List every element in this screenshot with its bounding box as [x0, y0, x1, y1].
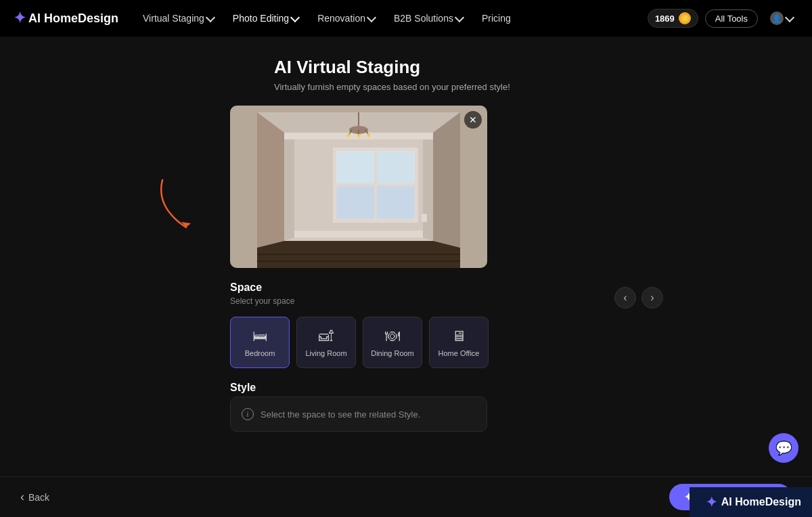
chat-button[interactable]: 💬 [769, 433, 798, 463]
nav-label: Virtual Staging [143, 13, 204, 24]
style-placeholder-text: Select the space to see the related Styl… [261, 409, 420, 420]
chevron-down-icon [290, 12, 300, 22]
space-next-button[interactable]: › [641, 287, 663, 309]
footer-logo-text: AI HomeDesign [721, 496, 801, 508]
svg-marker-12 [294, 231, 423, 238]
space-card-label: Dining Room [371, 349, 414, 357]
credits-count: 1869 [655, 14, 675, 24]
main-content: AI Virtual Staging Virtually furnish emp… [0, 37, 812, 517]
chevron-down-icon [455, 12, 464, 22]
close-image-button[interactable]: ✕ [464, 111, 482, 129]
user-avatar-icon: 👤 [770, 12, 784, 25]
space-card-label: Bedroom [245, 349, 275, 357]
style-placeholder-box: i Select the space to see the related St… [230, 397, 487, 432]
space-card-bedroom[interactable]: 🛏 Bedroom [230, 317, 290, 368]
logo-text: AI HomeDesign [28, 12, 118, 26]
chevron-down-icon [206, 12, 215, 22]
space-card-label: Living Room [305, 349, 346, 357]
center-panel: ✕ Space Select your space ‹ › [230, 106, 663, 432]
svg-rect-29 [422, 214, 427, 222]
svg-marker-4 [433, 112, 460, 248]
svg-point-26 [346, 133, 351, 137]
svg-rect-20 [377, 186, 415, 219]
user-menu[interactable]: 👤 [765, 9, 798, 28]
svg-rect-17 [336, 151, 374, 183]
page-subtitle: Virtually furnish empty spaces based on … [274, 82, 510, 92]
image-preview-container: ✕ [230, 106, 487, 268]
nav-right: 1869 🪙 All Tools 👤 [648, 9, 798, 28]
logo[interactable]: ✦ AI HomeDesign [14, 9, 118, 27]
navbar: ✦ AI HomeDesign Virtual Staging Photo Ed… [0, 0, 812, 37]
space-section-header: Space Select your space ‹ › [230, 282, 663, 314]
svg-point-28 [367, 133, 371, 137]
nav-label: B2B Solutions [394, 13, 453, 24]
credits-badge[interactable]: 1869 🪙 [648, 9, 698, 28]
space-section-label: Space [230, 282, 294, 294]
nav-label: Pricing [482, 13, 511, 24]
svg-rect-19 [336, 186, 374, 219]
nav-item-pricing[interactable]: Pricing [474, 9, 519, 28]
space-section: Space Select your space ‹ › 🛏 Bedroom [230, 282, 663, 368]
back-label: Back [28, 492, 49, 503]
logo-star-icon: ✦ [14, 9, 26, 27]
style-section: Style i Select the space to see the rela… [230, 382, 663, 432]
info-icon: i [242, 408, 254, 420]
chat-icon: 💬 [775, 440, 792, 456]
nav-item-b2b[interactable]: B2B Solutions [386, 9, 471, 28]
fork-knife-icon: 🍽 [385, 328, 400, 345]
space-nav-arrows: ‹ › [614, 287, 663, 309]
room-illustration [230, 106, 487, 268]
svg-rect-18 [377, 151, 415, 183]
content-wrapper: ✕ Space Select your space ‹ › [149, 106, 663, 432]
svg-marker-3 [257, 112, 284, 248]
style-section-label: Style [230, 382, 663, 394]
sofa-icon: 🛋 [319, 328, 334, 345]
svg-marker-10 [284, 139, 294, 241]
image-preview [230, 106, 487, 268]
arrow-decoration-area [149, 106, 203, 244]
space-options: 🛏 Bedroom 🛋 Living Room 🍽 Dining Room [230, 317, 663, 368]
chevron-down-icon [785, 12, 794, 22]
space-card-dining-room[interactable]: 🍽 Dining Room [363, 317, 422, 368]
back-button[interactable]: ‹ Back [20, 490, 49, 504]
nav-item-renovation[interactable]: Renovation [309, 9, 383, 28]
space-prev-button[interactable]: ‹ [614, 287, 636, 309]
nav-links: Virtual Staging Photo Editing Renovation… [135, 9, 631, 28]
space-section-sublabel: Select your space [230, 296, 294, 306]
curved-arrow-icon [149, 173, 203, 241]
space-card-home-office[interactable]: 🖥 Home Office [429, 317, 489, 368]
chevron-left-icon: ‹ [20, 490, 24, 504]
footer-logo-star-icon: ✦ [706, 494, 717, 510]
coin-icon: 🪙 [679, 12, 691, 24]
footer-brand: ✦ AI HomeDesign [690, 487, 812, 517]
page-title: AI Virtual Staging [274, 57, 420, 78]
nav-item-photo-editing[interactable]: Photo Editing [225, 9, 307, 28]
svg-point-27 [357, 134, 361, 138]
space-card-living-room[interactable]: 🛋 Living Room [296, 317, 356, 368]
bedroom-icon: 🛏 [252, 328, 267, 345]
space-card-label: Home Office [438, 349, 480, 357]
nav-item-virtual-staging[interactable]: Virtual Staging [135, 9, 222, 28]
nav-label: Renovation [317, 13, 365, 24]
monitor-icon: 🖥 [451, 328, 466, 345]
chevron-down-icon [367, 12, 376, 22]
nav-label: Photo Editing [233, 13, 289, 24]
svg-marker-11 [423, 139, 433, 241]
all-tools-button[interactable]: All Tools [705, 9, 758, 28]
